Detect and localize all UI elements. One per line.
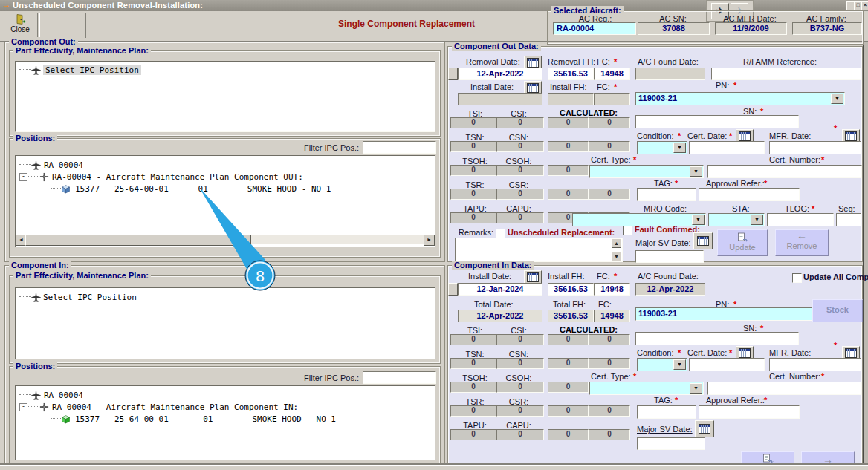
calendar-icon [527,272,539,282]
required-star: * [821,155,824,164]
in-positions-title: Positions: [13,362,57,371]
scroll-down-arrow[interactable]: ▼ [612,252,621,261]
capu-field: 0 [496,429,544,440]
tsn-field: 0 [450,358,496,369]
removal-date-label: Removal Date: [466,57,520,66]
required-star: * [633,372,636,381]
combo-arrow-icon[interactable]: ▼ [690,166,702,177]
required-star: * [834,341,837,350]
install-fh-field-in[interactable]: 35616.53 [548,283,594,296]
combo-arrow-icon[interactable]: ▼ [831,94,843,104]
close-window-button[interactable]: × [861,1,868,10]
pn-combo-out[interactable]: 119003-21 ▼ [635,92,845,105]
tapu-field: 0 [450,429,496,440]
tag-field-out[interactable] [637,188,696,201]
seq-field[interactable] [836,213,861,226]
cert-number-field-in[interactable] [707,382,862,395]
required-star: * [614,82,617,91]
component-cube-green-icon [61,414,71,424]
tsoh-field: 0 [450,165,496,176]
combo-arrow-icon[interactable]: ▼ [692,215,705,225]
cert-date-field-out[interactable] [689,141,765,154]
stock-button[interactable]: Stock [812,299,863,322]
tree-node-select-ipc-out[interactable]: Select IPC Position [19,65,141,75]
calc-csr-field: 0 [589,405,630,417]
tsi-field: 0 [450,334,496,345]
in-tree-plan[interactable]: RA-00004 - Aircraft Maintenance Plan Com… [28,402,298,412]
tlog-field[interactable] [767,213,834,226]
install-date-field-in[interactable]: 12-Jan-2024 [458,283,542,296]
tree-node-label: RA-00004 [44,160,83,170]
major-sv-calendar-button-out[interactable] [693,232,713,249]
ri-amm-reference-field[interactable] [711,68,861,80]
calc-csn-field: 0 [589,141,630,152]
install-fc-field-in[interactable]: 14948 [594,283,630,296]
fault-confirmed-checkbox[interactable] [623,226,632,235]
total-fh-label: Total FH: [553,300,586,309]
scroll-thumb[interactable] [25,235,251,246]
csoh-field: 0 [496,165,544,176]
remove-button[interactable]: ← Remove [775,229,829,256]
in-tree-root[interactable]: RA-00004 [19,390,83,400]
airplane-icon [31,293,41,302]
combo-arrow-icon[interactable]: ▼ [673,359,686,370]
sn-field-out[interactable] [635,115,799,128]
remarks-textarea[interactable] [455,238,623,262]
tag-field-in[interactable] [637,405,696,419]
total-fc-label: FC: [598,300,612,309]
tree-node-select-ipc-in[interactable]: Select IPC Position [19,292,137,302]
out-filter-input[interactable] [363,141,436,154]
window-icon: → [2,0,10,9]
calendar-icon [845,131,857,141]
sn-field-in[interactable] [635,332,799,345]
in-tree-item[interactable]: 15377 25-64-00-01 01 SMOKE HOOD - NO 1 [51,414,336,424]
combo-arrow-icon[interactable]: ▼ [673,143,686,153]
cert-date-label-out: Cert. Date: [687,131,727,140]
update-all-components-checkbox[interactable] [792,273,802,283]
update-all-components-label: Update All Components: [803,272,868,281]
scroll-right-arrow[interactable]: ► [424,235,435,246]
record-spinner[interactable] [448,68,458,80]
condition-combo-out[interactable]: ▼ [637,141,687,154]
removal-fc-field[interactable]: 14948 [594,68,630,80]
tree-collapse-toggle[interactable]: - [19,403,27,411]
out-tree-root[interactable]: RA-00004 [19,160,83,170]
out-tree-plan[interactable]: RA-00004 - Aircraft Maintenance Plan Com… [28,172,303,182]
cert-number-field-out[interactable] [707,165,862,178]
removal-fh-field[interactable]: 35616.53 [548,68,594,80]
record-spinner[interactable] [448,283,458,296]
tree-node-label: Select IPC Position [43,65,141,75]
sta-combo[interactable]: ▼ [708,213,765,226]
major-sv-date-field-in[interactable] [637,437,705,450]
out-positions-title: Positions: [13,134,57,143]
cert-type-combo-in[interactable]: ▼ [589,382,704,395]
door-exit-icon [14,13,26,25]
combo-arrow-icon[interactable]: ▼ [751,215,763,225]
cert-date-field-in[interactable] [689,358,765,371]
tree-collapse-toggle[interactable]: - [19,173,27,181]
ac-reg-field[interactable]: RA-00004 [553,22,636,35]
mfr-date-field-in[interactable] [769,358,861,371]
in-filter-input[interactable] [363,371,436,384]
out-part-effectivity-title: Part Effectivity, Maintenance Plan: [13,46,151,56]
close-button[interactable]: Close [4,13,36,39]
out-tree-item[interactable]: 15377 25-64-00-01 01 SMOKE HOOD - NO 1 [51,183,331,194]
combo-arrow-icon[interactable]: ▼ [690,383,702,394]
tree-node-label: RA-00004 - Aircraft Maintenance Plan Com… [52,402,298,412]
window-bottom-edge [0,465,868,470]
approval-refer-field-in[interactable] [699,405,800,419]
removal-date-field[interactable]: 12-Apr-2022 [458,68,542,80]
component-in-title: Component In: [9,261,71,270]
mfr-date-field-out[interactable] [769,141,861,154]
major-sv-calendar-button-in[interactable] [695,420,714,437]
cert-type-combo-out[interactable]: ▼ [589,165,704,178]
scroll-up-arrow[interactable]: ▲ [612,238,621,248]
condition-combo-in[interactable]: ▼ [637,358,687,371]
calendar-icon [527,83,539,93]
approval-refer-field-out[interactable] [699,188,800,201]
tree-connector [19,296,31,298]
update-button[interactable]: Update [717,229,768,256]
cert-number-label-in: Cert. Number: [769,372,820,381]
major-sv-date-field-out[interactable] [635,250,704,263]
ac-found-date-field-out [635,68,705,80]
